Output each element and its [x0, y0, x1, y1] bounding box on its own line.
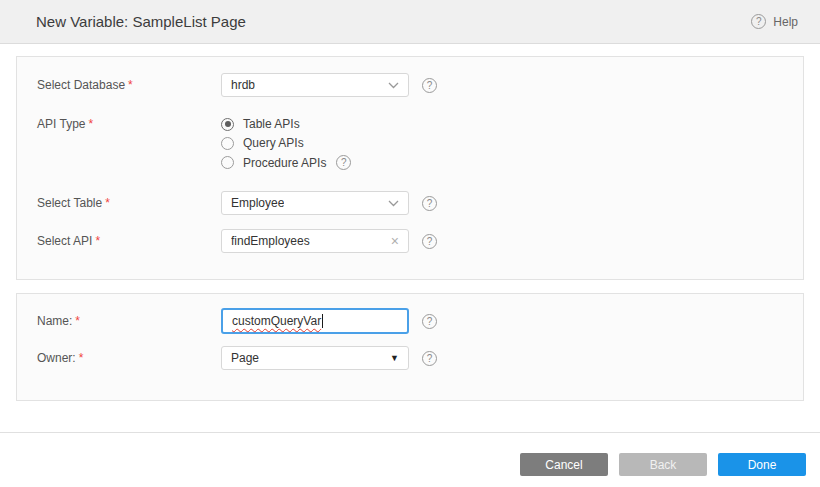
owner-help-icon[interactable]: ?	[422, 351, 437, 366]
database-help-icon[interactable]: ?	[422, 78, 437, 93]
select-table-label: Select Table*	[37, 196, 221, 210]
select-table-row: Select Table* Employee ?	[37, 191, 783, 215]
api-type-label: API Type*	[37, 117, 221, 131]
required-asterisk: *	[75, 314, 80, 328]
chevron-down-icon	[388, 200, 399, 207]
variable-details-section: Name:* customQueryVar ? Owner:* Page ▼ ?	[16, 293, 804, 401]
name-row: Name:* customQueryVar ?	[37, 308, 783, 334]
required-asterisk: *	[128, 78, 133, 92]
database-dropdown-value: hrdb	[231, 78, 255, 92]
owner-select[interactable]: Page ▼	[221, 346, 409, 370]
database-dropdown[interactable]: hrdb	[221, 73, 409, 97]
name-label: Name:*	[37, 314, 221, 328]
select-database-row: Select Database* hrdb ?	[37, 73, 783, 97]
select-api-label: Select API*	[37, 234, 221, 248]
radio-table-apis[interactable]: Table APIs	[221, 117, 409, 131]
required-asterisk: *	[88, 117, 93, 131]
help-link[interactable]: ? Help	[751, 14, 798, 29]
api-input-value: findEmployees	[231, 234, 310, 248]
api-config-section: Select Database* hrdb ? API Type* Table …	[16, 56, 804, 280]
footer-actions: Cancel Back Done	[0, 433, 820, 476]
table-dropdown-value: Employee	[231, 196, 284, 210]
name-input-value: customQueryVar	[232, 314, 321, 328]
required-asterisk: *	[79, 351, 84, 365]
name-input[interactable]: customQueryVar	[221, 308, 409, 334]
radio-unselected-icon	[221, 156, 234, 169]
owner-label: Owner:*	[37, 351, 221, 365]
api-type-row: API Type* Table APIs Query APIs Procedur…	[37, 117, 783, 170]
select-database-label: Select Database*	[37, 78, 221, 92]
select-arrow-icon: ▼	[390, 353, 399, 363]
radio-query-apis[interactable]: Query APIs	[221, 136, 409, 150]
select-api-row: Select API* findEmployees × ?	[37, 229, 783, 253]
api-input[interactable]: findEmployees ×	[221, 229, 409, 253]
api-type-radio-group: Table APIs Query APIs Procedure APIs ?	[221, 117, 409, 170]
owner-select-value: Page	[231, 351, 259, 365]
required-asterisk: *	[105, 196, 110, 210]
dialog-header: New Variable: SampleList Page ? Help	[0, 0, 820, 44]
owner-row: Owner:* Page ▼ ?	[37, 346, 783, 370]
radio-procedure-apis[interactable]: Procedure APIs ?	[221, 155, 409, 170]
page-title: New Variable: SampleList Page	[36, 13, 246, 30]
api-type-help-icon[interactable]: ?	[336, 155, 351, 170]
table-help-icon[interactable]: ?	[422, 196, 437, 211]
radio-procedure-apis-label: Procedure APIs	[243, 156, 326, 170]
chevron-down-icon	[388, 82, 399, 89]
text-cursor	[322, 314, 323, 328]
clear-icon[interactable]: ×	[391, 234, 399, 248]
cancel-button[interactable]: Cancel	[520, 453, 608, 476]
help-label: Help	[773, 15, 798, 29]
help-icon: ?	[751, 14, 766, 29]
back-button[interactable]: Back	[619, 453, 707, 476]
required-asterisk: *	[95, 234, 100, 248]
radio-selected-icon	[221, 118, 234, 131]
radio-table-apis-label: Table APIs	[243, 117, 300, 131]
done-button[interactable]: Done	[718, 453, 806, 476]
api-help-icon[interactable]: ?	[422, 234, 437, 249]
radio-unselected-icon	[221, 137, 234, 150]
radio-query-apis-label: Query APIs	[243, 136, 304, 150]
table-dropdown[interactable]: Employee	[221, 191, 409, 215]
name-help-icon[interactable]: ?	[422, 314, 437, 329]
